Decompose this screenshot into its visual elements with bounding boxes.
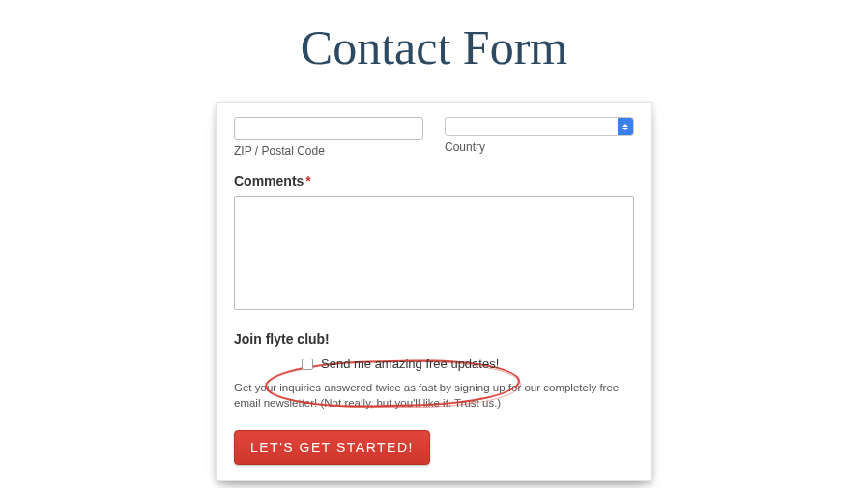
zip-label: ZIP / Postal Code [234,144,423,158]
newsletter-checkbox-row: Send me amazing free updates! [302,357,634,371]
address-row: ZIP / Postal Code Country [234,117,634,158]
newsletter-heading: Join flyte club! [234,331,634,347]
comments-textarea[interactable] [234,196,634,310]
page-title: Contact Form [0,19,868,75]
country-select[interactable] [445,117,634,136]
updown-icon [618,118,633,135]
comments-label: Comments [234,173,304,188]
contact-form-card: ZIP / Postal Code Country Comments* Join… [216,102,652,481]
submit-button[interactable]: LET'S GET STARTED! [234,430,430,465]
zip-field: ZIP / Postal Code [234,117,423,158]
newsletter-checkbox-label: Send me amazing free updates! [321,357,499,371]
comments-label-row: Comments* [234,173,634,188]
country-label: Country [445,140,634,154]
zip-input[interactable] [234,117,423,140]
required-star: * [305,173,310,188]
newsletter-checkbox[interactable] [302,359,313,370]
newsletter-helper-text: Get your inquiries answered twice as fas… [234,381,634,411]
country-field: Country [445,117,634,154]
